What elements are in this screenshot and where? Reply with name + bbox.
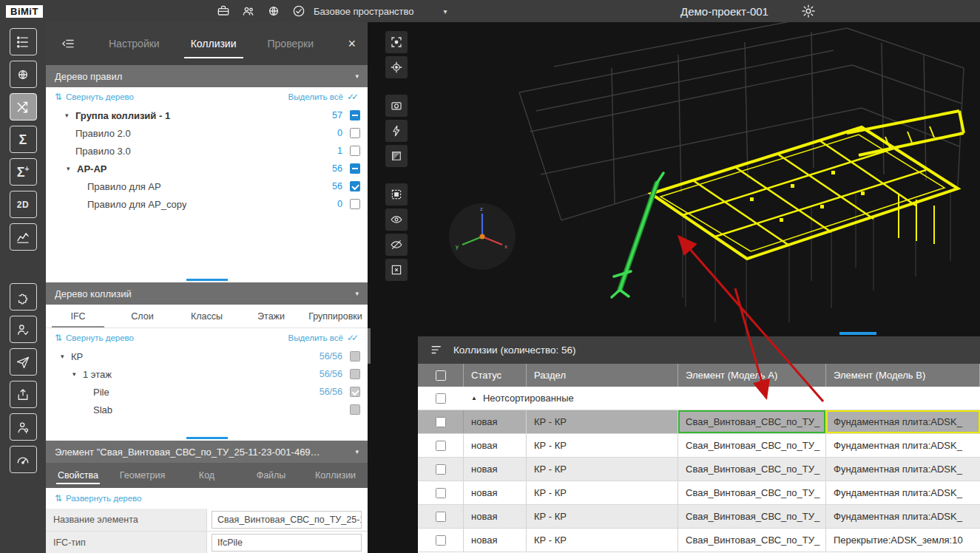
column-header-section[interactable]: Раздел xyxy=(527,364,678,387)
row-checkbox[interactable] xyxy=(436,535,446,546)
collision-row[interactable]: новая КР - КР Свая_Винтовая_СВС_по_ТУ_ Ф… xyxy=(418,434,980,458)
tree-row[interactable]: ▾ 1 этаж 56/56 xyxy=(46,365,368,383)
element-b-cell[interactable]: Фундаментная плита:ADSK_ xyxy=(826,410,980,433)
focus-selection-button[interactable] xyxy=(385,56,408,78)
tree-row[interactable]: Правило для АР_copy 0 xyxy=(46,195,368,213)
tab-ifc[interactable]: IFC xyxy=(46,305,110,328)
collapse-tree-link[interactable]: ⇅Свернуть дерево xyxy=(55,333,134,342)
section-header-element[interactable]: Элемент "Свая_Винтовая_СВС_по_ТУ_25-11-2… xyxy=(46,441,368,463)
tab-code[interactable]: Код xyxy=(175,463,239,488)
expand-arrow-icon[interactable]: ▾ xyxy=(65,112,75,119)
panel-collapse-icon[interactable] xyxy=(61,36,75,51)
section-box-button[interactable] xyxy=(385,145,408,167)
sidebar-sum-plus-button[interactable]: Σ+ xyxy=(10,158,37,186)
group-collapse-icon[interactable]: ▲ xyxy=(471,395,477,401)
show-elements-button[interactable] xyxy=(385,208,408,231)
checkbox[interactable] xyxy=(350,199,360,209)
element-a-cell[interactable]: Свая_Винтовая_СВС_по_ТУ_ xyxy=(678,434,826,457)
fit-view-button[interactable] xyxy=(385,31,408,53)
element-b-cell[interactable]: Фундаментная плита:ADSK_ xyxy=(826,434,980,457)
close-icon[interactable]: × xyxy=(348,37,356,50)
tab-geometry[interactable]: Геометрия xyxy=(110,463,175,488)
select-all-checkbox[interactable] xyxy=(436,370,446,381)
sidebar-dashboard-button[interactable] xyxy=(10,446,37,473)
checkbox[interactable] xyxy=(350,181,360,191)
sidebar-user-location-button[interactable] xyxy=(10,413,37,441)
sidebar-approvals-button[interactable] xyxy=(10,316,37,343)
highlighted-pile[interactable] xyxy=(612,173,663,297)
expand-arrow-icon[interactable]: ▾ xyxy=(61,353,71,360)
collision-row[interactable]: новая КР - КР Свая_Винтовая_СВС_по_ТУ_ П… xyxy=(418,529,980,552)
navigation-gizmo[interactable]: z x y xyxy=(448,203,516,271)
select-all-link[interactable]: Выделить всё✓✓ xyxy=(288,92,359,102)
checkbox[interactable] xyxy=(350,369,360,379)
group-row[interactable]: ▲ Неотсортированные xyxy=(418,387,980,410)
collision-row[interactable]: новая КР - КР Свая_Винтовая_СВС_по_ТУ_ Ф… xyxy=(418,505,980,529)
tree-row[interactable]: Правило 3.0 1 xyxy=(46,142,368,160)
element-a-cell[interactable]: Свая_Винтовая_СВС_по_ТУ_ xyxy=(678,410,826,433)
row-checkbox[interactable] xyxy=(436,417,446,427)
tree-row[interactable]: Slab xyxy=(46,401,368,418)
tree-row[interactable]: ▾ КР 56/56 xyxy=(46,347,368,365)
column-header-element-b[interactable]: Элемент (Модель В) xyxy=(826,364,980,387)
row-checkbox[interactable] xyxy=(436,441,446,451)
workspace-selector[interactable]: Базовое пространство ▾ xyxy=(314,0,447,22)
check-circle-icon[interactable] xyxy=(291,3,307,19)
camera-view-button[interactable] xyxy=(385,95,408,117)
checkbox[interactable] xyxy=(350,404,360,415)
expand-arrow-icon[interactable]: ▾ xyxy=(72,370,83,378)
tab-collisions[interactable]: Коллизии xyxy=(175,22,252,65)
tab-classes[interactable]: Классы xyxy=(175,305,239,328)
tree-row[interactable]: Правило 2.0 0 xyxy=(46,124,368,142)
selection-box-button[interactable] xyxy=(385,183,408,206)
checkbox[interactable] xyxy=(350,387,360,397)
clear-selection-button[interactable] xyxy=(385,259,408,281)
element-b-cell[interactable]: Перекрытие:ADSK_земля:10 xyxy=(826,529,980,552)
row-checkbox[interactable] xyxy=(436,512,446,522)
highlighted-slab[interactable] xyxy=(651,111,964,259)
section-plane-button[interactable] xyxy=(385,120,408,142)
scrollbar-indicator[interactable] xyxy=(186,437,228,439)
collapse-tree-link[interactable]: ⇅Свернуть дерево xyxy=(55,92,134,101)
collision-row[interactable]: новая КР - КР Свая_Винтовая_СВС_по_ТУ_ Ф… xyxy=(418,410,980,434)
element-a-cell[interactable]: Свая_Винтовая_СВС_по_ТУ_ xyxy=(678,458,826,481)
element-b-cell[interactable]: Фундаментная плита:ADSK_ xyxy=(826,505,980,528)
worlds-icon[interactable] xyxy=(266,3,282,19)
tab-collisions[interactable]: Коллизии xyxy=(303,463,368,488)
sidebar-plugins-button[interactable] xyxy=(10,283,37,311)
tree-row[interactable]: Правило для АР 56 xyxy=(46,177,368,195)
users-icon[interactable] xyxy=(240,3,257,19)
sidebar-structure-button[interactable] xyxy=(10,28,37,55)
tab-settings[interactable]: Настройки xyxy=(93,22,175,65)
element-a-cell[interactable]: Свая_Винтовая_СВС_по_ТУ_ xyxy=(678,505,826,528)
section-header-collision-tree[interactable]: Дерево коллизий ▾ xyxy=(46,282,368,305)
sidebar-2d-button[interactable]: 2D xyxy=(10,191,37,218)
element-b-cell[interactable]: Фундаментная плита:ADSK_ xyxy=(826,481,980,504)
column-header-element-a[interactable]: Элемент (Модель А) xyxy=(678,364,826,387)
collision-row[interactable]: новая КР - КР Свая_Винтовая_СВС_по_ТУ_ Ф… xyxy=(418,481,980,505)
collision-row[interactable]: новая КР - КР Свая_Винтовая_СВС_по_ТУ_ Ф… xyxy=(418,458,980,481)
row-checkbox[interactable] xyxy=(436,464,446,475)
expand-tree-link[interactable]: ⇅Развернуть дерево xyxy=(55,494,142,503)
element-a-cell[interactable]: Свая_Винтовая_СВС_по_ТУ_ xyxy=(678,481,826,504)
sidebar-send-button[interactable] xyxy=(10,348,37,376)
sidebar-sum-button[interactable]: Σ xyxy=(10,126,37,153)
tree-row[interactable]: ▾ АР-АР 56 xyxy=(46,160,368,177)
select-all-link[interactable]: Выделить всё✓✓ xyxy=(288,333,359,343)
tab-properties[interactable]: Свойства xyxy=(46,463,110,488)
hide-elements-button[interactable] xyxy=(385,234,408,256)
tab-files[interactable]: Файлы xyxy=(239,463,303,488)
table-scrollbar-indicator[interactable] xyxy=(839,332,876,335)
checkbox[interactable] xyxy=(350,110,360,121)
table-menu-icon[interactable] xyxy=(428,342,445,359)
column-header-status[interactable]: Статус xyxy=(464,364,527,387)
checkbox[interactable] xyxy=(350,146,360,156)
settings-gear-icon[interactable] xyxy=(800,3,817,19)
tab-checks[interactable]: Проверки xyxy=(252,22,329,65)
tab-layers[interactable]: Слои xyxy=(110,305,175,328)
tab-groupings[interactable]: Группировки xyxy=(303,305,368,328)
scrollbar-indicator[interactable] xyxy=(186,279,228,281)
checkbox[interactable] xyxy=(350,351,360,362)
element-b-cell[interactable]: Фундаментная плита:ADSK_ xyxy=(826,458,980,481)
sidebar-spaces-button[interactable] xyxy=(10,61,37,88)
